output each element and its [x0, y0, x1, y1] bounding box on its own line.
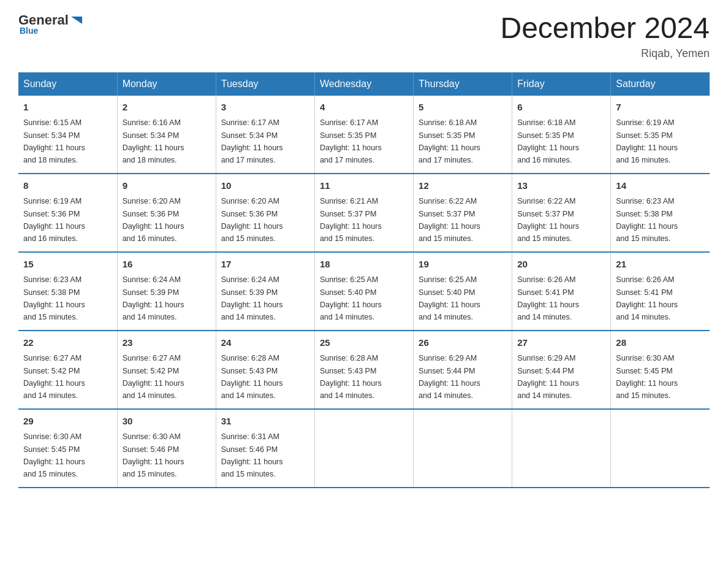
- day-info: Sunrise: 6:22 AMSunset: 5:37 PMDaylight:…: [419, 197, 480, 243]
- table-row: 26Sunrise: 6:29 AMSunset: 5:44 PMDayligh…: [414, 331, 512, 409]
- day-info: Sunrise: 6:29 AMSunset: 5:44 PMDaylight:…: [419, 354, 480, 400]
- day-info: Sunrise: 6:29 AMSunset: 5:44 PMDaylight:…: [517, 354, 579, 400]
- table-row: 28Sunrise: 6:30 AMSunset: 5:45 PMDayligh…: [611, 331, 710, 409]
- table-row: 21Sunrise: 6:26 AMSunset: 5:41 PMDayligh…: [611, 252, 710, 331]
- table-row: 18Sunrise: 6:25 AMSunset: 5:40 PMDayligh…: [314, 252, 413, 331]
- table-row: 11Sunrise: 6:21 AMSunset: 5:37 PMDayligh…: [314, 174, 413, 252]
- day-info: Sunrise: 6:25 AMSunset: 5:40 PMDaylight:…: [320, 275, 382, 321]
- table-row: 13Sunrise: 6:22 AMSunset: 5:37 PMDayligh…: [512, 174, 611, 252]
- day-number: 20: [517, 258, 605, 272]
- table-row: 12Sunrise: 6:22 AMSunset: 5:37 PMDayligh…: [414, 174, 512, 252]
- table-row: 3Sunrise: 6:17 AMSunset: 5:34 PMDaylight…: [216, 96, 314, 174]
- day-number: 26: [419, 336, 507, 350]
- day-number: 11: [320, 179, 408, 193]
- calendar-table: Sunday Monday Tuesday Wednesday Thursday…: [18, 72, 710, 488]
- table-row: 20Sunrise: 6:26 AMSunset: 5:41 PMDayligh…: [512, 252, 611, 331]
- table-row: 17Sunrise: 6:24 AMSunset: 5:39 PMDayligh…: [216, 252, 314, 331]
- day-info: Sunrise: 6:27 AMSunset: 5:42 PMDaylight:…: [123, 354, 184, 400]
- day-info: Sunrise: 6:28 AMSunset: 5:43 PMDaylight:…: [221, 354, 283, 400]
- header-monday: Monday: [117, 72, 216, 96]
- day-info: Sunrise: 6:20 AMSunset: 5:36 PMDaylight:…: [123, 197, 184, 243]
- table-row: 10Sunrise: 6:20 AMSunset: 5:36 PMDayligh…: [216, 174, 314, 252]
- header-friday: Friday: [512, 72, 611, 96]
- logo: General Blue: [18, 12, 83, 36]
- day-number: 3: [221, 101, 309, 115]
- location-subtitle: Riqab, Yemen: [500, 47, 710, 60]
- day-info: Sunrise: 6:15 AMSunset: 5:34 PMDaylight:…: [23, 118, 85, 164]
- day-number: 30: [123, 415, 211, 429]
- table-row: 29Sunrise: 6:30 AMSunset: 5:45 PMDayligh…: [18, 409, 117, 488]
- day-info: Sunrise: 6:25 AMSunset: 5:40 PMDaylight:…: [419, 275, 480, 321]
- day-number: 14: [616, 179, 705, 193]
- table-row: 9Sunrise: 6:20 AMSunset: 5:36 PMDaylight…: [117, 174, 216, 252]
- day-info: Sunrise: 6:19 AMSunset: 5:35 PMDaylight:…: [616, 118, 678, 164]
- day-number: 21: [616, 258, 705, 272]
- day-number: 13: [517, 179, 605, 193]
- day-number: 5: [419, 101, 507, 115]
- table-row: 1Sunrise: 6:15 AMSunset: 5:34 PMDaylight…: [18, 96, 117, 174]
- month-title: December 2024: [500, 12, 710, 45]
- day-number: 1: [23, 101, 112, 115]
- day-info: Sunrise: 6:26 AMSunset: 5:41 PMDaylight:…: [616, 275, 678, 321]
- table-row: 25Sunrise: 6:28 AMSunset: 5:43 PMDayligh…: [314, 331, 413, 409]
- day-number: 18: [320, 258, 408, 272]
- day-number: 29: [23, 415, 112, 429]
- table-row: 16Sunrise: 6:24 AMSunset: 5:39 PMDayligh…: [117, 252, 216, 331]
- day-number: 19: [419, 258, 507, 272]
- table-row: 6Sunrise: 6:18 AMSunset: 5:35 PMDaylight…: [512, 96, 611, 174]
- day-number: 10: [221, 179, 309, 193]
- table-row: 15Sunrise: 6:23 AMSunset: 5:38 PMDayligh…: [18, 252, 117, 331]
- header-saturday: Saturday: [611, 72, 710, 96]
- header-thursday: Thursday: [414, 72, 512, 96]
- day-number: 28: [616, 336, 705, 350]
- day-info: Sunrise: 6:30 AMSunset: 5:46 PMDaylight:…: [123, 432, 184, 478]
- day-info: Sunrise: 6:28 AMSunset: 5:43 PMDaylight:…: [320, 354, 382, 400]
- header-row: Sunday Monday Tuesday Wednesday Thursday…: [18, 72, 710, 96]
- day-info: Sunrise: 6:17 AMSunset: 5:34 PMDaylight:…: [221, 118, 283, 164]
- logo-blue-text: Blue: [20, 26, 83, 36]
- header-tuesday: Tuesday: [216, 72, 314, 96]
- day-info: Sunrise: 6:24 AMSunset: 5:39 PMDaylight:…: [221, 275, 283, 321]
- table-row: 4Sunrise: 6:17 AMSunset: 5:35 PMDaylight…: [314, 96, 413, 174]
- title-block: December 2024 Riqab, Yemen: [500, 12, 710, 60]
- day-number: 22: [23, 336, 112, 350]
- day-number: 27: [517, 336, 605, 350]
- table-row: 24Sunrise: 6:28 AMSunset: 5:43 PMDayligh…: [216, 331, 314, 409]
- day-info: Sunrise: 6:31 AMSunset: 5:46 PMDaylight:…: [221, 432, 283, 478]
- day-info: Sunrise: 6:18 AMSunset: 5:35 PMDaylight:…: [517, 118, 579, 164]
- day-info: Sunrise: 6:19 AMSunset: 5:36 PMDaylight:…: [23, 197, 85, 243]
- table-row: [611, 409, 710, 488]
- day-number: 9: [123, 179, 211, 193]
- table-row: [512, 409, 611, 488]
- table-row: 30Sunrise: 6:30 AMSunset: 5:46 PMDayligh…: [117, 409, 216, 488]
- table-row: 19Sunrise: 6:25 AMSunset: 5:40 PMDayligh…: [414, 252, 512, 331]
- day-number: 8: [23, 179, 112, 193]
- day-info: Sunrise: 6:22 AMSunset: 5:37 PMDaylight:…: [517, 197, 579, 243]
- table-row: [314, 409, 413, 488]
- day-number: 17: [221, 258, 309, 272]
- day-info: Sunrise: 6:26 AMSunset: 5:41 PMDaylight:…: [517, 275, 579, 321]
- table-row: 8Sunrise: 6:19 AMSunset: 5:36 PMDaylight…: [18, 174, 117, 252]
- day-number: 23: [123, 336, 211, 350]
- table-row: 14Sunrise: 6:23 AMSunset: 5:38 PMDayligh…: [611, 174, 710, 252]
- day-info: Sunrise: 6:30 AMSunset: 5:45 PMDaylight:…: [616, 354, 678, 400]
- day-info: Sunrise: 6:16 AMSunset: 5:34 PMDaylight:…: [123, 118, 184, 164]
- day-number: 16: [123, 258, 211, 272]
- svg-marker-0: [71, 17, 82, 24]
- day-number: 2: [123, 101, 211, 115]
- day-number: 6: [517, 101, 605, 115]
- table-row: 27Sunrise: 6:29 AMSunset: 5:44 PMDayligh…: [512, 331, 611, 409]
- day-number: 31: [221, 415, 309, 429]
- header-sunday: Sunday: [18, 72, 117, 96]
- table-row: 31Sunrise: 6:31 AMSunset: 5:46 PMDayligh…: [216, 409, 314, 488]
- table-row: 2Sunrise: 6:16 AMSunset: 5:34 PMDaylight…: [117, 96, 216, 174]
- day-info: Sunrise: 6:18 AMSunset: 5:35 PMDaylight:…: [419, 118, 480, 164]
- table-row: [414, 409, 512, 488]
- calendar-body: 1Sunrise: 6:15 AMSunset: 5:34 PMDaylight…: [18, 96, 710, 488]
- day-info: Sunrise: 6:24 AMSunset: 5:39 PMDaylight:…: [123, 275, 184, 321]
- table-row: 23Sunrise: 6:27 AMSunset: 5:42 PMDayligh…: [117, 331, 216, 409]
- calendar-header: Sunday Monday Tuesday Wednesday Thursday…: [18, 72, 710, 96]
- day-info: Sunrise: 6:30 AMSunset: 5:45 PMDaylight:…: [23, 432, 85, 478]
- day-number: 24: [221, 336, 309, 350]
- day-number: 12: [419, 179, 507, 193]
